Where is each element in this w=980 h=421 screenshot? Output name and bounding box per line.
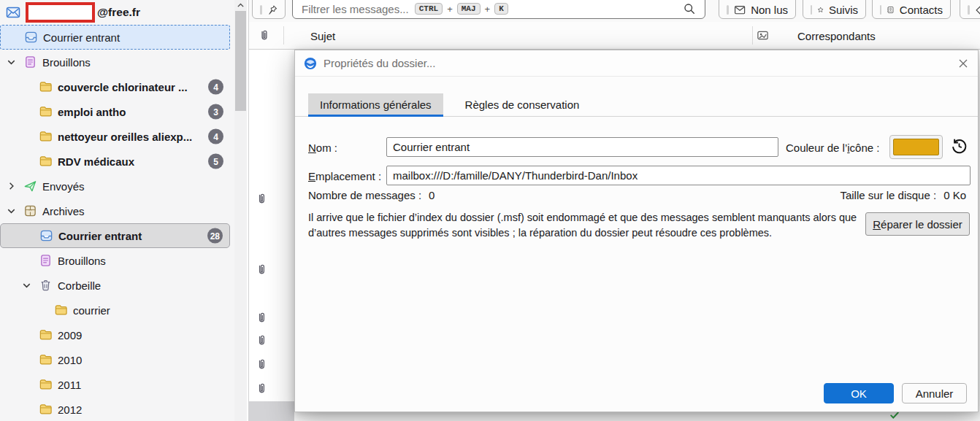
folder-row-2010[interactable]: 2010 [0,347,230,372]
folder-row-courrier[interactable]: courrier [0,298,230,322]
trash-icon [39,279,53,293]
scrollbar-thumb[interactable] [235,11,246,111]
quickfilter-button-tag[interactable] [960,0,980,19]
chevron-down-icon[interactable] [6,206,17,217]
dialog-title: Propriétés du dossier... [324,57,435,69]
account-name: @free.fr [97,6,140,19]
filter-shortcut-keys: CTRL+MAJ+K [415,3,508,15]
thunderbird-logo-icon [304,57,317,70]
pin-icon [267,4,277,16]
folder-pane: @free.fr Courrier entrantBrouillonscouve… [0,0,234,421]
cancel-button[interactable]: Annuler [902,383,967,403]
folder-icon [39,328,53,342]
tag-icon [975,4,980,16]
quickfilter-button-suivis[interactable]: Suivis [803,0,866,19]
folder-label: Brouillons [58,255,106,267]
folder-row-nettoyeur-oreilles[interactable]: nettoyeur oreilles aliexp...4 [0,124,230,149]
reset-color-icon[interactable] [950,137,968,155]
folder-label: courrier [73,304,110,317]
folder-label: Envoyés [42,180,85,193]
folder-row-archives-brouillons[interactable]: Brouillons [0,248,230,273]
shortcut-key: K [494,3,508,15]
inbox-icon [39,229,53,243]
folder-row-rdv-medicaux[interactable]: RDV médicaux5 [0,149,230,174]
paperclip-icon [255,358,266,371]
paperclip-icon [255,193,266,205]
message-count-label: Nombre de messages : [308,189,421,201]
chevron-down-icon[interactable] [6,57,17,68]
mail-unread-icon [734,4,746,16]
unread-badge: 3 [208,104,223,120]
quickfilter-button-label: Contacts [900,4,943,16]
pin-quickfilter-button[interactable] [252,0,286,19]
tab-regles-de-conservation[interactable]: Règles de conservation [453,93,592,116]
tab-informations-generales[interactable]: Informations générales [308,93,443,116]
folder-pane-scrollbar[interactable] [234,0,247,421]
icon-color-label: Couleur de l’icône : [786,138,879,158]
quickfilter-button-non-lus[interactable]: Non lus [719,0,796,19]
scroll-up-icon[interactable] [236,1,245,10]
folder-properties-dialog: Propriétés du dossier... Informations gé… [294,50,979,412]
icon-color-swatch-button[interactable] [889,135,943,159]
chevron-right-icon[interactable] [6,181,17,192]
filter-placeholder: Filtrer les messages... [302,3,409,15]
quickfilter-button-label: Suivis [829,4,858,16]
column-separator [283,26,284,45]
message-count-row: Nombre de messages : 0 [308,189,435,201]
disk-size-row: Taille sur le disque : 0 Ko [840,189,966,201]
search-icon[interactable] [683,2,696,15]
folder-icon [39,105,53,119]
folder-row-archives[interactable]: Archives [0,198,230,223]
folder-row-drafts[interactable]: Brouillons [0,50,230,74]
contact-picture-icon[interactable] [757,29,769,42]
redaction-box [26,2,95,23]
paperclip-icon [255,334,266,347]
folder-label: Corbeille [58,279,101,292]
folder-icon [54,304,68,317]
quickfilter-button-label: Non lus [751,4,788,16]
shortcut-key: MAJ [457,3,481,15]
folder-label: 2010 [58,354,82,366]
subject-column-header[interactable]: Sujet [310,29,335,42]
folder-row-2011[interactable]: 2011 [0,372,230,397]
quickfilter-bar: Filtrer les messages... CTRL+MAJ+K Non l… [249,0,980,23]
folder-row-2009[interactable]: 2009 [0,322,230,347]
folder-row-archives-courrier-entrant[interactable]: Courrier entrant28 [0,223,230,248]
column-separator [752,26,753,45]
paperclip-icon [255,263,266,276]
paperclip-icon [255,382,266,395]
ok-button[interactable]: OK [824,383,894,403]
folder-row-emploi-antho[interactable]: emploi antho3 [0,99,230,124]
grip-handle [968,5,970,15]
folder-row-inbox[interactable]: Courrier entrant [0,25,230,50]
folder-row-corbeille[interactable]: Corbeille [0,273,230,298]
folder-label: 2012 [58,403,82,416]
paperclip-icon [255,312,266,324]
repair-folder-button[interactable]: Réparer le dossier [865,212,970,236]
grip-handle [260,5,262,15]
folder-label: 2009 [58,329,82,341]
chevron-down-icon[interactable] [21,280,32,291]
shortcut-joiner: + [485,4,491,15]
folder-label: emploi antho [58,106,126,118]
dialog-body: Nom : Couleur de l’icône : Emplacement :… [295,118,978,412]
repair-description: Il arrive que le fichier d’index du doss… [308,210,857,241]
attachment-strip [249,50,294,421]
folder-icon [39,353,53,367]
close-icon[interactable] [956,56,971,71]
attachment-column-icon[interactable] [257,29,269,42]
folder-row-2012[interactable]: 2012 [0,397,230,421]
star-icon [817,4,824,16]
folder-label: Courrier entrant [43,31,120,44]
shortcut-key: CTRL [415,3,443,15]
name-input[interactable] [386,137,778,157]
location-input[interactable] [386,166,971,185]
account-row[interactable]: @free.fr [0,0,230,25]
filter-messages-input[interactable]: Filtrer les messages... CTRL+MAJ+K [292,0,705,19]
folder-label: Brouillons [42,56,91,69]
folder-row-envoyes[interactable]: Envoyés [0,174,230,198]
correspondents-column-header[interactable]: Correspondants [797,29,876,42]
folder-row-couvercle-chlorinateur[interactable]: couvercle chlorinateur ...4 [0,74,230,99]
quickfilter-button-contacts[interactable]: Contacts [872,0,951,19]
drafts-icon [23,55,37,69]
